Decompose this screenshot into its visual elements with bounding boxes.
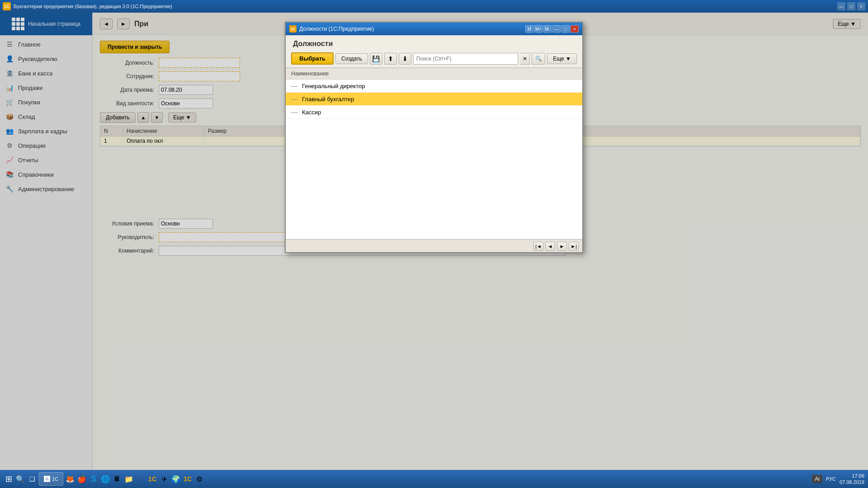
app-icon: 1С: [3, 2, 11, 10]
modal-m-btn[interactable]: M: [525, 25, 533, 33]
modal-close-btn[interactable]: ×: [571, 25, 579, 33]
modal-title-bar: 1С Должности (1С:Предприятие) M M+ M- — …: [286, 23, 582, 35]
clock-date: 07.08.2019: [840, 479, 864, 485]
item-label-cashier: Кассир: [302, 109, 321, 116]
app-title: Бухгалтерия предприятия (базовая), редак…: [14, 4, 835, 9]
taskbar-app2[interactable]: 🍎: [77, 474, 87, 484]
item-label-director: Генеральный директор: [302, 83, 365, 89]
modal-toolbar: Выбрать Создать 💾 ⬆ ⬇ ✕ 🔍 Еще ▼: [286, 50, 582, 68]
ai-label: Ai: [812, 475, 822, 483]
list-item-director[interactable]: — Генеральный директор: [286, 80, 582, 93]
taskbar-browser[interactable]: 🌐: [100, 474, 110, 484]
list-item-chief-accountant[interactable]: — Главный бухгалтер: [286, 93, 582, 106]
clock-time: 17:06: [840, 473, 864, 479]
modal-status-bar: |◄ ◄ ► ►|: [286, 239, 582, 252]
taskbar-1c-btn[interactable]: 🅰 1C: [39, 472, 63, 486]
taskbar-skype[interactable]: S: [89, 474, 99, 484]
modal-mplus-btn[interactable]: M+: [534, 25, 542, 33]
taskbar-1c3[interactable]: 1С: [183, 474, 193, 484]
create-button[interactable]: Создать: [335, 53, 368, 64]
maximize-btn[interactable]: □: [847, 2, 855, 10]
taskbar-firefox[interactable]: 🦊: [65, 474, 75, 484]
taskbar-right: Ai РУС 17:06 07.08.2019: [812, 473, 864, 486]
taskbar-1c-icon: 🅰: [44, 475, 50, 483]
lang-indicator: РУС: [826, 476, 836, 482]
taskbar-1c2[interactable]: 1С: [147, 474, 157, 484]
item-dash-2: —: [291, 95, 297, 103]
positions-modal: 1С Должности (1С:Предприятие) M M+ M- — …: [285, 22, 583, 253]
modal-minimize-btn[interactable]: —: [552, 25, 561, 33]
taskbar-calc[interactable]: 🖩: [112, 474, 122, 484]
modal-title-text: Должности (1С:Предприятие): [299, 26, 523, 32]
clock-display: 17:06 07.08.2019: [840, 473, 864, 486]
item-dash-1: —: [291, 82, 297, 89]
search-taskbar-btn[interactable]: 🔍: [15, 474, 25, 484]
window-controls[interactable]: — □ ×: [837, 2, 865, 10]
search-clear-btn[interactable]: ✕: [520, 53, 530, 65]
list-header: Наименование: [286, 68, 582, 80]
modal-heading: Должности: [286, 35, 582, 50]
up-icon-btn[interactable]: ⬆: [384, 53, 397, 65]
taskbar-1c-label: 1C: [52, 476, 58, 482]
top-bar: 1С Бухгалтерия предприятия (базовая), ре…: [0, 0, 868, 13]
taskbar-telegram[interactable]: ✈: [159, 474, 169, 484]
search-input[interactable]: [413, 53, 519, 65]
start-button[interactable]: ⊞: [4, 474, 14, 484]
modal-overlay: 1С Должности (1С:Предприятие) M M+ M- — …: [0, 13, 868, 470]
modal-maximize-btn[interactable]: □: [561, 25, 570, 33]
down-icon-btn[interactable]: ⬇: [399, 53, 411, 65]
nav-prev-btn[interactable]: ◄: [545, 242, 555, 251]
nav-next-btn[interactable]: ►: [557, 242, 567, 251]
taskbar-opera[interactable]: 🌍: [171, 474, 181, 484]
taskbar: ⊞ 🔍 ❑ 🅰 1C 🦊 🍎 S 🌐 🖩 📁 W 1С ✈ 🌍 1С ⚙ Ai …: [0, 470, 868, 488]
select-button[interactable]: Выбрать: [291, 52, 334, 65]
modal-list: Наименование — Генеральный директор — Гл…: [286, 68, 582, 239]
nav-last-btn[interactable]: ►|: [569, 242, 579, 251]
taskbar-files[interactable]: 📁: [124, 474, 134, 484]
taskbar-settings[interactable]: ⚙: [194, 474, 204, 484]
nav-first-btn[interactable]: |◄: [533, 242, 543, 251]
modal-app-icon: 1С: [289, 25, 297, 33]
save-icon-btn[interactable]: 💾: [370, 53, 382, 65]
modal-mminus-btn[interactable]: M-: [543, 25, 552, 33]
item-dash-3: —: [291, 108, 297, 116]
modal-title-controls: M M+ M- — □ ×: [525, 25, 579, 33]
taskbar-word[interactable]: W: [136, 474, 146, 484]
taskview-btn[interactable]: ❑: [27, 474, 37, 484]
more-modal-btn[interactable]: Еще ▼: [547, 53, 577, 64]
list-item-cashier[interactable]: — Кассир: [286, 106, 582, 119]
item-label-chief-accountant: Главный бухгалтер: [302, 96, 354, 103]
search-go-btn[interactable]: 🔍: [532, 53, 545, 65]
minimize-btn[interactable]: —: [837, 2, 845, 10]
close-btn[interactable]: ×: [857, 2, 865, 10]
